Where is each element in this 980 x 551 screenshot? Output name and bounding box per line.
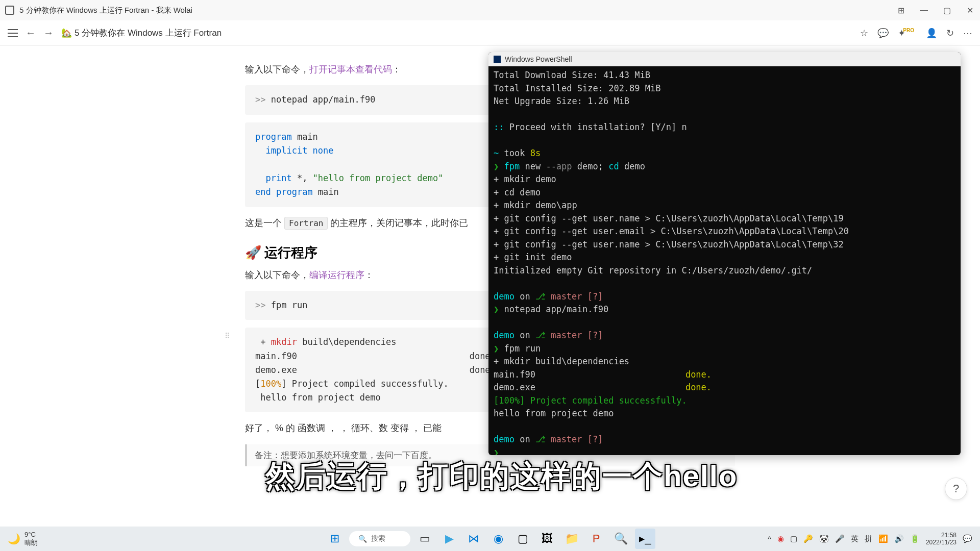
weather-widget[interactable]: 🌙 9°C 晴朗 [8, 531, 38, 547]
ime-mode[interactable]: 拼 [865, 534, 872, 544]
wifi-icon[interactable]: 📶 [878, 534, 888, 543]
app-icon-3[interactable]: 🖼 [537, 529, 557, 549]
tray-icon-4[interactable]: 🐼 [819, 534, 829, 543]
everything-icon[interactable]: 🔍 [610, 529, 631, 549]
user-icon[interactable]: 👤 [926, 28, 937, 39]
tray-icon-1[interactable]: ◉ [777, 534, 784, 543]
terminal-output: Total Download Size: 41.43 MiB Total Ins… [488, 66, 961, 455]
sparkle-icon[interactable]: ✦PRO [898, 28, 917, 39]
search-box[interactable]: 🔍 搜索 [349, 531, 410, 546]
weather-icon: 🌙 [8, 533, 20, 545]
pro-badge: PRO [903, 28, 914, 33]
edge-icon[interactable]: ◉ [488, 529, 508, 549]
app-icon-1[interactable]: ▶ [439, 529, 459, 549]
menu-icon[interactable] [8, 29, 18, 37]
video-caption: 然后运行，打印的这样的一个hello [265, 457, 738, 496]
drag-handle-icon[interactable]: ⠿ [225, 330, 231, 341]
powerpoint-icon[interactable]: P [586, 529, 606, 549]
vscode-icon[interactable]: ⋈ [463, 529, 484, 549]
back-button[interactable]: ← [26, 27, 36, 39]
app-icon [5, 6, 14, 15]
minimize-button[interactable]: — [919, 5, 929, 15]
window-title: 5 分钟教你在 Windows 上运行 Fortran - 我来 Wolai [19, 6, 896, 15]
weather-desc: 晴朗 [24, 538, 38, 547]
inline-code: Fortran [284, 217, 328, 230]
notification-icon[interactable]: 💬 [963, 534, 972, 543]
battery-icon[interactable]: 🔋 [910, 534, 920, 543]
navbar: ← → 🏡 5 分钟教你在 Windows 上运行 Fortran ☆ 💬 ✦P… [0, 20, 980, 46]
terminal-titlebar[interactable]: Windows PowerShell [488, 52, 961, 66]
rocket-icon: 🚀 [245, 245, 261, 261]
forward-button[interactable]: → [43, 27, 54, 39]
system-tray: ^ ◉ ▢ 🔑 🐼 🎤 英 拼 📶 🔊 🔋 21:58 2022/11/23 💬 [768, 532, 972, 546]
grid-icon[interactable]: ⊞ [896, 5, 906, 15]
powershell-taskbar-icon[interactable]: ▸_ [635, 529, 655, 549]
breadcrumb-icon: 🏡 [61, 28, 72, 38]
breadcrumb[interactable]: 🏡 5 分钟教你在 Windows 上运行 Fortran [61, 27, 222, 39]
more-icon[interactable]: ⋯ [963, 28, 972, 39]
windows-taskbar: 🌙 9°C 晴朗 ⊞ 🔍 搜索 ▭ ▶ ⋈ ◉ ▢ 🖼 📁 P 🔍 ▸_ ^ ◉… [0, 527, 980, 551]
tray-chevron-icon[interactable]: ^ [768, 535, 771, 543]
breadcrumb-text: 5 分钟教你在 Windows 上运行 Fortran [75, 27, 222, 39]
history-icon[interactable]: ↻ [946, 28, 954, 39]
explorer-icon[interactable]: 📁 [561, 529, 582, 549]
maximize-button[interactable]: ▢ [942, 5, 952, 15]
close-button[interactable]: ✕ [965, 5, 975, 15]
terminal-window[interactable]: Windows PowerShell Total Download Size: … [488, 52, 961, 455]
help-button[interactable]: ? [945, 478, 967, 500]
terminal-title: Windows PowerShell [505, 54, 572, 65]
comment-icon[interactable]: 💬 [877, 28, 889, 39]
weather-temp: 9°C [24, 531, 38, 538]
link-open-notepad[interactable]: 打开记事本查看代码 [309, 64, 392, 74]
powershell-icon [494, 56, 501, 63]
tray-icon-3[interactable]: 🔑 [803, 534, 813, 543]
taskview-icon[interactable]: ▭ [414, 529, 435, 549]
link-compile-run[interactable]: 编译运行程序 [309, 270, 364, 280]
tray-icon-2[interactable]: ▢ [790, 534, 797, 543]
volume-icon[interactable]: 🔊 [894, 534, 904, 543]
start-button[interactable]: ⊞ [325, 529, 345, 549]
star-icon[interactable]: ☆ [860, 28, 868, 39]
ime-lang[interactable]: 英 [851, 534, 859, 544]
taskbar-clock[interactable]: 21:58 2022/11/23 [926, 532, 957, 546]
app-icon-2[interactable]: ▢ [512, 529, 533, 549]
taskbar-center: ⊞ 🔍 搜索 ▭ ▶ ⋈ ◉ ▢ 🖼 📁 P 🔍 ▸_ [325, 529, 655, 549]
mic-icon[interactable]: 🎤 [835, 534, 845, 543]
window-titlebar: 5 分钟教你在 Windows 上运行 Fortran - 我来 Wolai ⊞… [0, 0, 980, 20]
